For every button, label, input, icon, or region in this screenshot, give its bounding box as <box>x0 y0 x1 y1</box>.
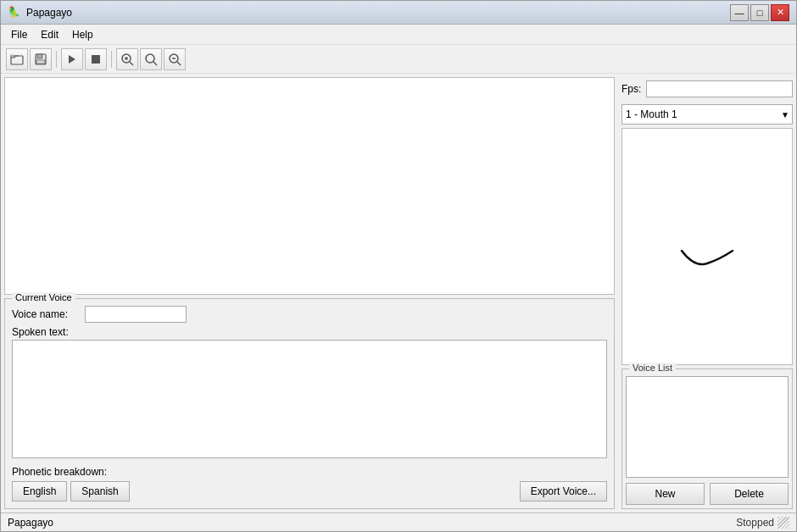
save-button[interactable] <box>30 48 52 70</box>
voice-list-buttons: New Delete <box>626 483 789 505</box>
english-button[interactable]: English <box>12 481 67 502</box>
menu-edit[interactable]: Edit <box>34 27 65 42</box>
minimize-button[interactable]: — <box>730 4 749 21</box>
svg-marker-5 <box>69 55 75 64</box>
title-bar: 🦜 Papagayo — □ ✕ <box>1 1 796 25</box>
current-voice-label: Current Voice <box>12 292 75 302</box>
zoom-in-icon <box>120 53 134 66</box>
open-button[interactable] <box>6 48 28 70</box>
app-icon: 🦜 <box>8 6 21 19</box>
stop-button[interactable] <box>85 48 107 70</box>
svg-point-11 <box>146 54 154 63</box>
current-voice-panel: Current Voice Voice name: Spoken text: P… <box>4 298 615 509</box>
fps-row: Fps: <box>621 77 793 101</box>
svg-line-12 <box>153 62 157 65</box>
zoom-in-button[interactable] <box>116 48 138 70</box>
export-voice-button[interactable]: Export Voice... <box>520 481 607 502</box>
resize-handle[interactable] <box>777 517 789 529</box>
status-text: Papagayo <box>8 517 53 529</box>
svg-rect-1 <box>10 55 14 57</box>
window-controls: — □ ✕ <box>730 4 789 21</box>
phonetic-left-buttons: English Spanish <box>12 481 130 502</box>
mouth-select[interactable]: 1 - Mouth 1 2 - Mouth 2 3 - Mouth 3 <box>621 104 793 125</box>
spoken-text-input[interactable] <box>12 340 607 458</box>
mouth-drawing <box>656 213 758 280</box>
mouth-preview <box>621 128 793 365</box>
voice-name-row: Voice name: <box>12 306 607 323</box>
fps-input[interactable] <box>646 80 793 97</box>
close-button[interactable]: ✕ <box>771 4 789 21</box>
voice-list-box[interactable] <box>626 376 789 478</box>
status-bar: Papagayo Stopped <box>1 513 796 531</box>
fps-label: Fps: <box>621 83 641 95</box>
voice-list-group: Voice List New Delete <box>621 369 793 509</box>
right-panel: Fps: 1 - Mouth 1 2 - Mouth 2 3 - Mouth 3 <box>618 74 796 513</box>
toolbar <box>1 45 796 74</box>
play-icon <box>66 53 78 65</box>
open-icon <box>10 53 24 66</box>
waveform-area <box>4 77 615 295</box>
phonetic-section: Phonetic breakdown: English Spanish Expo… <box>12 466 607 502</box>
main-content: Current Voice Voice name: Spoken text: P… <box>1 74 796 513</box>
voice-list-label: Voice List <box>629 363 676 373</box>
mouth-select-wrapper: 1 - Mouth 1 2 - Mouth 2 3 - Mouth 3 <box>621 104 793 125</box>
svg-line-14 <box>177 62 181 65</box>
svg-line-8 <box>130 62 133 65</box>
title-bar-left: 🦜 Papagayo <box>8 6 72 19</box>
voice-name-label: Voice name: <box>12 308 80 320</box>
status-badge: Stopped <box>736 517 774 529</box>
main-window: 🦜 Papagayo — □ ✕ File Edit Help <box>0 0 797 532</box>
menu-bar: File Edit Help <box>1 25 796 45</box>
status-right: Stopped <box>736 517 789 529</box>
zoom-fit-button[interactable] <box>140 48 162 70</box>
phonetic-label: Phonetic breakdown: <box>12 466 607 478</box>
left-panel: Current Voice Voice name: Spoken text: P… <box>1 74 618 513</box>
maximize-button[interactable]: □ <box>750 4 769 21</box>
spanish-button[interactable]: Spanish <box>70 481 129 502</box>
delete-voice-button[interactable]: Delete <box>710 483 789 505</box>
separator-2 <box>111 51 112 68</box>
menu-file[interactable]: File <box>4 27 34 42</box>
phonetic-buttons: English Spanish Export Voice... <box>12 481 607 502</box>
svg-rect-6 <box>92 55 100 64</box>
svg-rect-3 <box>37 54 42 58</box>
new-voice-button[interactable]: New <box>626 483 705 505</box>
separator-1 <box>56 51 57 68</box>
save-icon <box>34 53 47 66</box>
spoken-text-label: Spoken text: <box>12 326 607 338</box>
voice-name-input[interactable] <box>85 306 187 323</box>
stop-icon <box>90 53 102 65</box>
svg-rect-4 <box>36 60 45 64</box>
window-title: Papagayo <box>26 7 72 19</box>
zoom-fit-icon <box>144 53 158 66</box>
menu-help[interactable]: Help <box>65 27 100 42</box>
zoom-out-button[interactable] <box>164 48 186 70</box>
spoken-text-section: Spoken text: <box>12 326 607 461</box>
zoom-out-icon <box>168 53 181 66</box>
play-button[interactable] <box>61 48 83 70</box>
